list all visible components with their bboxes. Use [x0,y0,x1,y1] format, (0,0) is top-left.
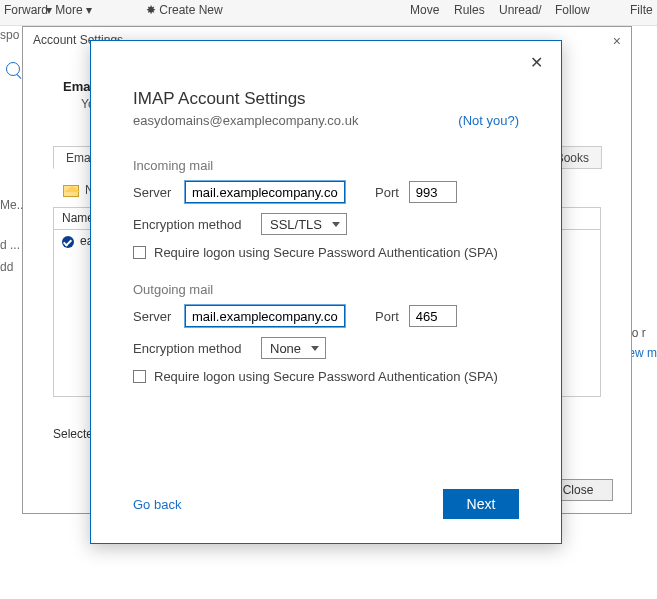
bg-text: spo [0,28,19,42]
outgoing-spa-label: Require logon using Secure Password Auth… [154,369,498,384]
incoming-server-label: Server [133,185,175,200]
next-button[interactable]: Next [443,489,519,519]
dialog-title: IMAP Account Settings [133,89,519,109]
outgoing-enc-label: Encryption method [133,341,251,356]
unread-button[interactable]: Unread/ [499,3,542,17]
checkbox-icon [133,370,146,383]
chevron-down-icon [332,222,340,227]
chevron-down-icon [311,346,319,351]
incoming-spa-checkbox[interactable]: Require logon using Secure Password Auth… [133,245,519,260]
incoming-enc-dropdown[interactable]: SSL/TLS [261,213,347,235]
outgoing-enc-dropdown[interactable]: None [261,337,326,359]
go-back-link[interactable]: Go back [133,497,181,512]
filter-button[interactable]: Filte [630,3,653,17]
rules-button[interactable]: Rules [454,3,485,17]
outgoing-server-label: Server [133,309,175,324]
outgoing-port-input[interactable] [409,305,457,327]
incoming-port-label: Port [375,185,399,200]
incoming-enc-label: Encryption method [133,217,251,232]
outgoing-spa-checkbox[interactable]: Require logon using Secure Password Auth… [133,369,519,384]
create-new-label: Create New [159,3,222,17]
outgoing-enc-value: None [270,341,301,356]
outgoing-heading: Outgoing mail [133,282,519,297]
incoming-port-input[interactable] [409,181,457,203]
close-icon[interactable]: × [613,33,621,49]
envelope-icon [63,185,79,197]
forward-button[interactable]: Forward [4,3,48,17]
bg-text: to r [628,320,657,346]
checkbox-icon [133,246,146,259]
incoming-heading: Incoming mail [133,158,519,173]
account-email: easydomains@examplecompany.co.uk [133,113,358,128]
follow-button[interactable]: Follow [555,3,590,17]
move-button[interactable]: Move [410,3,439,17]
outgoing-port-label: Port [375,309,399,324]
bg-link[interactable]: ew m [628,346,657,360]
incoming-enc-value: SSL/TLS [270,217,322,232]
more-label: More [55,3,82,17]
more-button[interactable]: ▾ More ▾ [46,3,92,17]
not-you-link[interactable]: (Not you?) [458,113,519,128]
create-new-button[interactable]: ✸ Create New [146,3,223,17]
search-icon[interactable] [6,62,20,76]
outgoing-server-input[interactable] [185,305,345,327]
incoming-spa-label: Require logon using Secure Password Auth… [154,245,498,260]
imap-settings-dialog: ✕ IMAP Account Settings easydomains@exam… [90,40,562,544]
incoming-server-input[interactable] [185,181,345,203]
close-icon[interactable]: ✕ [527,55,545,73]
check-icon [62,236,74,248]
